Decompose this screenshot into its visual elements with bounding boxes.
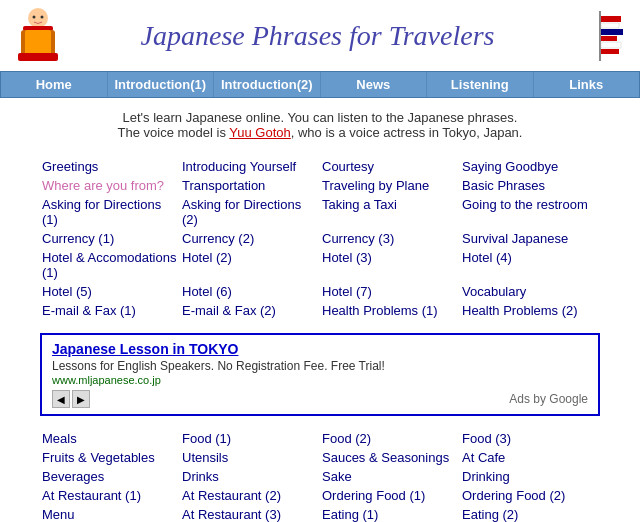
topic-link[interactable]: Taking a Taxi [322,197,397,212]
topic-link[interactable]: Currency (3) [322,231,394,246]
links-row: Asking for Directions (1)Asking for Dire… [40,196,600,228]
links-cell: Eating (1) [320,506,460,522]
links-cell: Sauces & Seasonings [320,449,460,466]
ad-title[interactable]: Japanese Lesson in TOKYO [52,341,588,357]
links-cell: Going to the restroom [460,196,600,228]
topic-link[interactable]: Health Problems (1) [322,303,438,318]
links-cell: Drinks [180,468,320,485]
links-cell: Courtesy [320,158,460,175]
topic-link[interactable]: Hotel (2) [182,250,232,265]
ad-next-button[interactable]: ▶ [72,390,90,408]
topic-link[interactable]: Hotel (6) [182,284,232,299]
links-cell: Hotel (4) [460,249,600,281]
topic-link[interactable]: E-mail & Fax (1) [42,303,136,318]
topic-link[interactable]: Health Problems (2) [462,303,578,318]
svg-rect-10 [601,29,623,35]
nav-listening[interactable]: Listening [427,72,534,97]
links-row: MenuAt Restaurant (3)Eating (1)Eating (2… [40,506,600,522]
topic-link[interactable]: E-mail & Fax (2) [182,303,276,318]
topic-link[interactable]: Hotel (5) [42,284,92,299]
links-cell: At Restaurant (1) [40,487,180,504]
topic-link[interactable]: Greetings [42,159,98,174]
links-cell: Saying Goodbye [460,158,600,175]
topic-link[interactable]: Transportation [182,178,265,193]
ad-prev-button[interactable]: ◀ [52,390,70,408]
topic-link[interactable]: Hotel (4) [462,250,512,265]
topic-link[interactable]: Food (2) [322,431,371,446]
topic-link[interactable]: Survival Japanese [462,231,568,246]
nav-intro1[interactable]: Introduction(1) [108,72,215,97]
topic-link[interactable]: Vocabulary [462,284,526,299]
topic-link[interactable]: Currency (1) [42,231,114,246]
topic-link[interactable]: Asking for Directions (2) [182,197,301,227]
nav-links[interactable]: Links [534,72,640,97]
topic-link[interactable]: Drinking [462,469,510,484]
topic-link[interactable]: At Cafe [462,450,505,465]
topic-link[interactable]: Basic Phrases [462,178,545,193]
topic-link[interactable]: Sauces & Seasonings [322,450,449,465]
topic-link[interactable]: Hotel & Accomodations (1) [42,250,176,280]
links-cell: At Restaurant (2) [180,487,320,504]
links-row: Fruits & VegetablesUtensilsSauces & Seas… [40,449,600,466]
links-cell: Food (1) [180,430,320,447]
topic-link[interactable]: Hotel (3) [322,250,372,265]
links-cell: Ordering Food (1) [320,487,460,504]
voice-link[interactable]: Yuu Gotoh [229,125,290,140]
topic-link[interactable]: Eating (1) [322,507,378,522]
links-cell: Greetings [40,158,180,175]
topic-link[interactable]: Currency (2) [182,231,254,246]
topic-link[interactable]: At Restaurant (2) [182,488,281,503]
topic-link[interactable]: Drinks [182,469,219,484]
svg-rect-8 [601,16,621,22]
ad-box: Japanese Lesson in TOKYO Lessons for Eng… [40,333,600,416]
topic-link[interactable]: Meals [42,431,77,446]
nav-home[interactable]: Home [1,72,108,97]
topic-link[interactable]: Food (3) [462,431,511,446]
topic-link[interactable]: At Restaurant (1) [42,488,141,503]
topic-link[interactable]: Going to the restroom [462,197,588,212]
topic-link[interactable]: At Restaurant (3) [182,507,281,522]
nav-intro2[interactable]: Introduction(2) [214,72,321,97]
links-row: Hotel & Accomodations (1)Hotel (2)Hotel … [40,249,600,281]
topic-link[interactable]: Menu [42,507,75,522]
topic-link[interactable]: Fruits & Vegetables [42,450,155,465]
links-cell: Asking for Directions (1) [40,196,180,228]
links-cell: Hotel (5) [40,283,180,300]
food-links-grid: MealsFood (1)Food (2)Food (3)Fruits & Ve… [0,424,640,522]
topic-link[interactable]: Courtesy [322,159,374,174]
topic-link[interactable]: Sake [322,469,352,484]
links-cell: Utensils [180,449,320,466]
topic-link[interactable]: Food (1) [182,431,231,446]
links-row: BeveragesDrinksSakeDrinking [40,468,600,485]
links-cell: Fruits & Vegetables [40,449,180,466]
topic-link[interactable]: Where are you from? [42,178,164,193]
ad-url: www.mljapanese.co.jp [52,374,588,386]
page-title: Japanese Phrases for Travelers [65,20,570,52]
topic-link[interactable]: Ordering Food (2) [462,488,565,503]
svg-rect-12 [601,42,621,48]
nav-news[interactable]: News [321,72,428,97]
svg-rect-9 [601,23,619,28]
topic-link[interactable]: Utensils [182,450,228,465]
links-cell: Survival Japanese [460,230,600,247]
topic-link[interactable]: Saying Goodbye [462,159,558,174]
links-cell: Hotel (7) [320,283,460,300]
ad-description: Lessons for English Speakers. No Registr… [52,359,588,373]
topic-link[interactable]: Asking for Directions (1) [42,197,161,227]
topic-link[interactable]: Traveling by Plane [322,178,429,193]
topic-link[interactable]: Ordering Food (1) [322,488,425,503]
ad-footer: Ads by Google [509,392,588,406]
links-row: Currency (1)Currency (2)Currency (3)Surv… [40,230,600,247]
topic-link[interactable]: Beverages [42,469,104,484]
svg-rect-11 [601,36,617,41]
main-nav: Home Introduction(1) Introduction(2) New… [0,71,640,98]
topic-link[interactable]: Eating (2) [462,507,518,522]
topic-link[interactable]: Hotel (7) [322,284,372,299]
links-cell: At Restaurant (3) [180,506,320,522]
svg-rect-7 [599,11,601,61]
topic-link[interactable]: Introducing Yourself [182,159,296,174]
links-cell: Food (3) [460,430,600,447]
links-cell: Menu [40,506,180,522]
intro-line2: The voice model is Yuu Gotoh, who is a v… [10,125,630,140]
links-cell: Currency (2) [180,230,320,247]
